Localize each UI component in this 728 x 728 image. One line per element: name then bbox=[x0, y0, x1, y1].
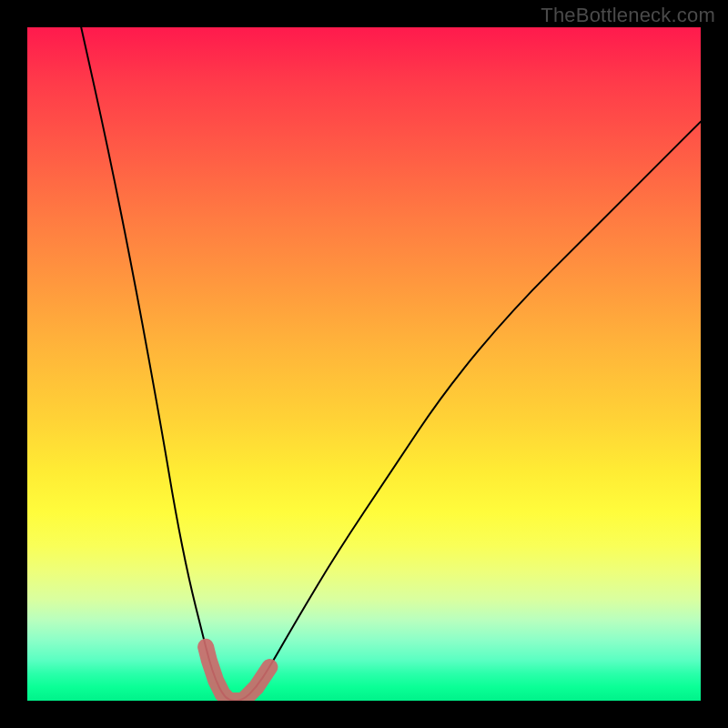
bottleneck-curve-svg bbox=[27, 27, 701, 701]
optimal-range-highlight bbox=[206, 647, 269, 701]
watermark-text: TheBottleneck.com bbox=[541, 4, 715, 27]
bottleneck-curve-line bbox=[81, 27, 701, 701]
plot-area bbox=[27, 27, 701, 701]
chart-frame: TheBottleneck.com bbox=[0, 0, 728, 728]
